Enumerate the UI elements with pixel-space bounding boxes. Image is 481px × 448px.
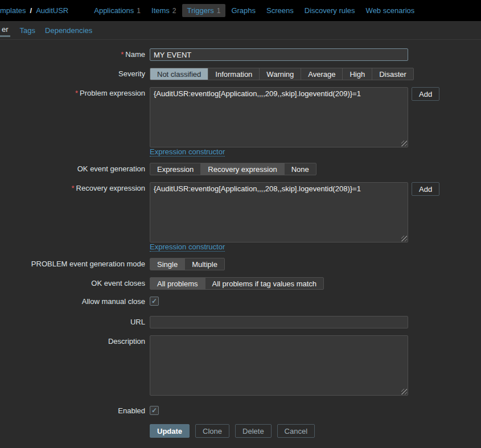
recovery-expression-constructor-link[interactable]: Expression constructor	[150, 243, 225, 252]
tab-dependencies[interactable]: Dependencies	[45, 23, 92, 37]
problem-expression-label: *Problem expression	[0, 87, 145, 97]
tab-tags-label: Tags	[20, 26, 35, 35]
nav-screens[interactable]: Screens	[261, 4, 299, 17]
description-row: Description	[0, 335, 481, 396]
breadcrumb-template-link[interactable]: mplates	[0, 6, 26, 15]
ok-event-generation-label: OK event generation	[0, 163, 145, 173]
nav-discovery-rules[interactable]: Discovery rules	[299, 4, 360, 17]
severity-not-classified[interactable]: Not classified	[150, 68, 208, 80]
required-mark: *	[75, 89, 78, 97]
name-row: *Name	[0, 48, 481, 61]
problem-expression-row: *Problem expression {AuditUSR:eventlog[A…	[0, 87, 481, 147]
delete-button[interactable]: Delete	[235, 424, 272, 438]
nav-items[interactable]: Items 2	[146, 4, 181, 17]
url-input[interactable]	[150, 316, 408, 328]
ok-event-closes-row: OK event closes All problems All problem…	[0, 277, 481, 290]
allow-manual-close-label: Allow manual close	[0, 297, 145, 306]
recovery-expression-add-button[interactable]: Add	[412, 182, 439, 196]
cancel-button[interactable]: Cancel	[277, 424, 315, 438]
nav-screens-label: Screens	[266, 6, 294, 15]
top-navigation: mplates / AuditUSR Applications 1 Items …	[0, 0, 481, 21]
description-label: Description	[0, 335, 145, 346]
nav-applications[interactable]: Applications 1	[89, 4, 146, 17]
nav-applications-label: Applications	[94, 6, 134, 15]
ok-event-closes-control: All problems All problems if tag values …	[150, 277, 324, 290]
recovery-expression-constructor-row: Expression constructor	[150, 243, 481, 251]
trigger-form: *Name Severity Not classified Informatio…	[0, 40, 481, 438]
tab-dependencies-label: Dependencies	[45, 26, 92, 35]
check-icon: ✓	[151, 407, 157, 414]
url-label: URL	[0, 316, 145, 326]
okgen-recovery-expression[interactable]: Recovery expression	[200, 163, 283, 175]
description-textarea[interactable]	[150, 335, 408, 396]
nav-graphs[interactable]: Graphs	[226, 4, 261, 17]
allow-manual-close-row: Allow manual close ✓	[0, 297, 481, 306]
footer-spacer	[0, 424, 145, 426]
tab-trigger-label: er	[2, 25, 9, 34]
tab-bar: er Tags Dependencies	[0, 21, 481, 40]
url-row: URL	[0, 316, 481, 328]
problem-mode-label: PROBLEM event generation mode	[0, 258, 145, 268]
severity-control: Not classified Information Warning Avera…	[150, 68, 414, 80]
nav-triggers[interactable]: Triggers 1	[182, 4, 226, 17]
okgen-expression[interactable]: Expression	[150, 163, 200, 175]
name-label: *Name	[0, 48, 145, 59]
ok-event-generation-row: OK event generation Expression Recovery …	[0, 163, 481, 175]
recovery-expression-row: *Recovery expression {AuditUSR:eventlog[…	[0, 182, 481, 243]
problem-mode-single[interactable]: Single	[150, 258, 184, 270]
recovery-expression-textarea[interactable]: {AuditUSR:eventlog[Application,,,,208,,s…	[150, 182, 408, 243]
required-mark: *	[121, 50, 124, 59]
problem-expression-add-button[interactable]: Add	[412, 87, 439, 101]
breadcrumb-host-link[interactable]: AuditUSR	[36, 6, 68, 15]
nav-triggers-label: Triggers	[187, 6, 214, 15]
breadcrumb-separator: /	[30, 6, 32, 15]
nav-applications-count: 1	[137, 7, 141, 15]
nav-discovery-rules-label: Discovery rules	[305, 6, 355, 15]
problem-expression-constructor-link[interactable]: Expression constructor	[150, 147, 225, 157]
problem-mode-control: Single Multiple	[150, 258, 225, 270]
nav-items-count: 2	[172, 7, 176, 15]
tab-tags[interactable]: Tags	[20, 23, 35, 37]
okcloses-tag-match[interactable]: All problems if tag values match	[205, 278, 324, 289]
enabled-checkbox[interactable]: ✓	[150, 406, 159, 415]
severity-warning[interactable]: Warning	[259, 68, 301, 80]
severity-high[interactable]: High	[342, 68, 372, 80]
update-button[interactable]: Update	[150, 424, 190, 438]
enabled-label: Enabled	[0, 406, 145, 415]
clone-button[interactable]: Clone	[195, 424, 229, 438]
problem-mode-multiple[interactable]: Multiple	[184, 258, 224, 270]
problem-expression-textarea[interactable]: {AuditUSR:eventlog[Application,,,,209,,s…	[150, 87, 408, 147]
severity-label: Severity	[0, 68, 145, 78]
severity-information[interactable]: Information	[208, 68, 259, 80]
ok-event-generation-control: Expression Recovery expression None	[150, 163, 316, 175]
recovery-expression-label: *Recovery expression	[0, 182, 145, 192]
ok-event-closes-label: OK event closes	[0, 277, 145, 287]
tab-trigger-partial[interactable]: er	[0, 23, 10, 37]
nav-web-scenarios[interactable]: Web scenarios	[361, 4, 420, 17]
nav-graphs-label: Graphs	[231, 6, 256, 15]
check-icon: ✓	[151, 298, 157, 305]
entity-nav: Applications 1 Items 2 Triggers 1 Graphs…	[89, 4, 420, 17]
allow-manual-close-checkbox[interactable]: ✓	[150, 297, 159, 306]
required-mark: *	[72, 184, 75, 192]
okgen-none[interactable]: None	[284, 163, 316, 175]
severity-disaster[interactable]: Disaster	[372, 68, 413, 80]
problem-mode-row: PROBLEM event generation mode Single Mul…	[0, 258, 481, 270]
severity-average[interactable]: Average	[301, 68, 342, 80]
nav-triggers-count: 1	[217, 7, 221, 15]
okcloses-all-problems[interactable]: All problems	[150, 278, 205, 289]
problem-expression-constructor-row: Expression constructor	[150, 147, 481, 156]
nav-web-scenarios-label: Web scenarios	[366, 6, 415, 15]
nav-items-label: Items	[151, 6, 170, 15]
name-input[interactable]	[150, 48, 408, 61]
severity-row: Severity Not classified Information Warn…	[0, 68, 481, 80]
footer-buttons-row: Update Clone Delete Cancel	[0, 424, 481, 438]
enabled-row: Enabled ✓	[0, 406, 481, 415]
